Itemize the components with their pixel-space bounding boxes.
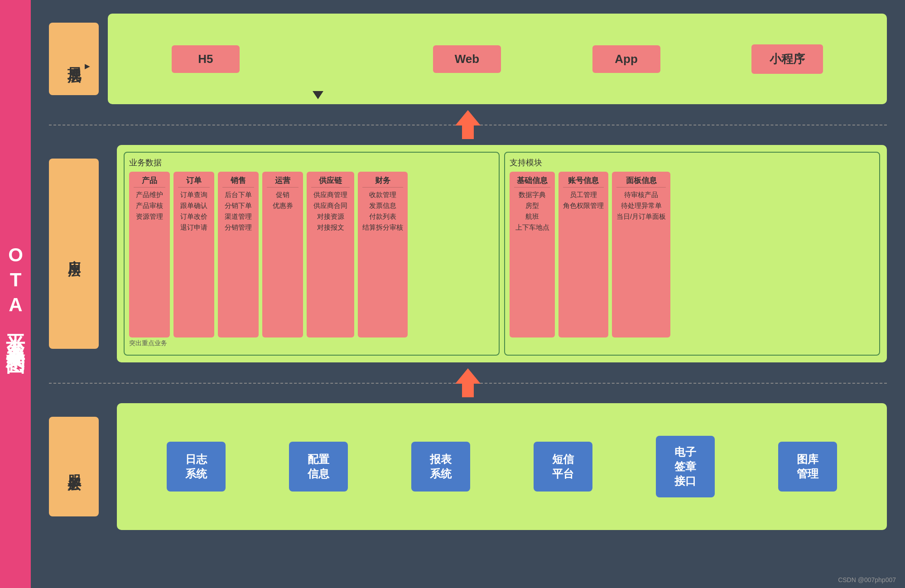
- module-product-item1: 产品维护: [136, 189, 163, 200]
- support-dashboard-item3: 当日/月订单面板: [616, 211, 666, 222]
- module-sales-item4: 分销管理: [225, 222, 252, 233]
- module-finance-item3: 付款列表: [369, 211, 396, 222]
- support-dashboard-item2: 待处理异常单: [621, 200, 662, 211]
- business-section-label: 业务数据: [129, 157, 494, 168]
- support-basic-item3: 航班: [525, 211, 539, 222]
- module-product: 产品 产品维护 产品审核 资源管理: [129, 172, 170, 337]
- platform-miniapp: 小程序: [751, 44, 823, 74]
- module-finance: 财务 收款管理 发票信息 付款列表 结算拆分审核: [358, 172, 408, 337]
- support-dashboard-title: 面板信息: [616, 175, 666, 188]
- watermark: CSDN @007php007: [838, 576, 896, 583]
- service-report: 报表系统: [411, 442, 470, 492]
- service-gallery: 图库管理: [778, 442, 837, 492]
- service-sms: 短信平台: [534, 442, 592, 492]
- support-section: 支持模块 基础信息 数据字典 房型 航班 上下车地点 账号信息: [504, 152, 880, 356]
- module-order-item1: 订单查询: [180, 189, 207, 200]
- module-supply-item2: 供应商合同: [313, 200, 347, 211]
- service-label: 服务层: [49, 417, 99, 516]
- support-account-item2: 角色权限管理: [563, 200, 604, 211]
- application-layer: 应用层 业务数据 产品 产品维护 产品审核 资源管理: [49, 145, 887, 362]
- module-finance-item1: 收款管理: [369, 189, 396, 200]
- module-sales-item2: 分销下单: [225, 200, 252, 211]
- support-account-item1: 员工管理: [570, 189, 597, 200]
- module-order-item4: 退订申请: [180, 222, 207, 233]
- module-finance-item4: 结算拆分审核: [362, 222, 403, 233]
- support-modules: 基础信息 数据字典 房型 航班 上下车地点 账号信息 员工管理 角色权限管理: [510, 172, 875, 337]
- module-ops-title: 运营: [267, 175, 298, 188]
- platform-h5: H5: [172, 45, 240, 73]
- app-inner: 业务数据 产品 产品维护 产品审核 资源管理 订单 订单查询: [124, 152, 880, 356]
- application-content: 业务数据 产品 产品维护 产品审核 资源管理 订单 订单查询: [117, 145, 887, 362]
- main-title: OTA平台业务架构图: [3, 244, 28, 344]
- support-basic-item1: 数据字典: [519, 189, 546, 200]
- module-ops: 运营 促销 优惠券: [262, 172, 303, 337]
- main-content: ▶ 展现层 H5 Web App 小程序 应用层 业务数据: [31, 0, 905, 588]
- module-supply-item4: 对接报文: [317, 222, 344, 233]
- support-section-label: 支持模块: [510, 157, 875, 168]
- sep-app-srv: [49, 362, 887, 403]
- support-dashboard: 面板信息 待审核产品 待处理异常单 当日/月订单面板: [612, 172, 670, 337]
- module-sales-title: 销售: [222, 175, 254, 188]
- module-product-title: 产品: [134, 175, 165, 188]
- module-order-item3: 订单改价: [180, 211, 207, 222]
- service-esign: 电子签章接口: [656, 436, 715, 497]
- module-supply-title: 供应链: [311, 175, 350, 188]
- module-supply-item1: 供应商管理: [313, 189, 347, 200]
- business-modules: 产品 产品维护 产品审核 资源管理 订单 订单查询 跟单确认 订单改价 退订申请: [129, 172, 494, 337]
- support-basic-item4: 上下车地点: [515, 222, 549, 233]
- business-section: 业务数据 产品 产品维护 产品审核 资源管理 订单 订单查询: [124, 152, 500, 356]
- module-supply-item3: 对接资源: [317, 211, 344, 222]
- module-finance-title: 财务: [362, 175, 403, 188]
- module-supply: 供应链 供应商管理 供应商合同 对接资源 对接报文: [307, 172, 354, 337]
- support-account-title: 账号信息: [563, 175, 604, 188]
- module-finance-item2: 发票信息: [369, 200, 396, 211]
- module-sales-item1: 后台下单: [225, 189, 252, 200]
- presentation-layer: ▶ 展现层 H5 Web App 小程序: [49, 14, 887, 104]
- support-account: 账号信息 员工管理 角色权限管理: [558, 172, 608, 337]
- module-ops-item1: 促销: [276, 189, 289, 200]
- module-product-item3: 资源管理: [136, 211, 163, 222]
- business-sub-note: 突出重点业务: [129, 339, 494, 347]
- sep-pres-app: [49, 104, 887, 145]
- module-ops-item2: 优惠券: [273, 200, 293, 211]
- presentation-content: H5 Web App 小程序: [108, 14, 887, 104]
- module-order-title: 订单: [178, 175, 210, 188]
- support-basic-item2: 房型: [525, 200, 539, 211]
- service-config: 配置信息: [289, 442, 348, 492]
- module-order: 订单 订单查询 跟单确认 订单改价 退订申请: [173, 172, 214, 337]
- module-product-item2: 产品审核: [136, 200, 163, 211]
- module-sales-item3: 渠道管理: [225, 211, 252, 222]
- left-title-bar: OTA平台业务架构图: [0, 0, 31, 588]
- presentation-label: ▶ 展现层: [49, 23, 99, 95]
- support-basic-title: 基础信息: [514, 175, 550, 188]
- platform-web: Web: [433, 45, 501, 73]
- module-sales: 销售 后台下单 分销下单 渠道管理 分销管理: [218, 172, 259, 337]
- service-log: 日志系统: [167, 442, 226, 492]
- service-content: 日志系统 配置信息 报表系统 短信平台 电子签章接口 图库管理: [117, 403, 887, 530]
- platform-app: App: [592, 45, 660, 73]
- service-layer: 服务层 日志系统 配置信息 报表系统 短信平台 电子签章接口 图库管理: [49, 403, 887, 530]
- module-order-item2: 跟单确认: [180, 200, 207, 211]
- support-basic: 基础信息 数据字典 房型 航班 上下车地点: [510, 172, 555, 337]
- application-label: 应用层: [49, 159, 99, 349]
- support-dashboard-item1: 待审核产品: [624, 189, 658, 200]
